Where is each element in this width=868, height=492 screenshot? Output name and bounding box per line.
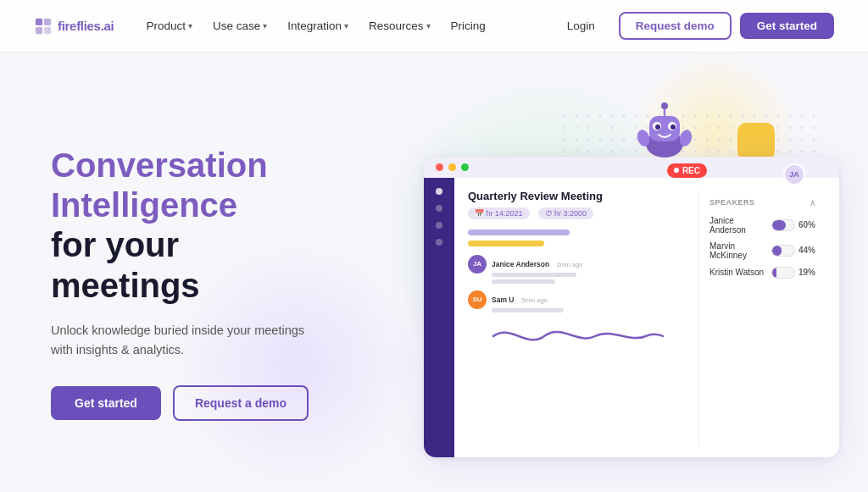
speaker-name-sam: Sam U <box>492 296 514 304</box>
progress-fill-3 <box>772 268 776 278</box>
svg-rect-3 <box>44 26 51 33</box>
hero-right: REC JA <box>407 106 817 462</box>
transcript-item-2: SU Sam U 5min ago <box>468 290 688 312</box>
chevron-down-icon: ▾ <box>426 21 431 30</box>
transcript-line <box>492 308 564 312</box>
speaker-pct-3: 19% <box>798 268 815 277</box>
card-main-content: Quarterly Review Meeting 📅 hr 14:2021 ⏱ … <box>454 178 839 457</box>
transcript-lines-2: Sam U 5min ago <box>492 290 564 312</box>
speaker-time-janice: 2min ago <box>557 261 583 268</box>
svg-rect-2 <box>36 26 42 33</box>
speaker-progress-2 <box>771 245 795 257</box>
transcript-item-1: JA Janice Anderson 2min ago <box>468 255 688 284</box>
speaker-row-2: Marvin McKinney 44% <box>709 241 815 260</box>
transcript-line <box>492 279 555 284</box>
yellow-card <box>737 123 775 160</box>
nav-use-case[interactable]: Use case ▾ <box>204 14 275 37</box>
rec-badge: REC <box>667 163 707 178</box>
dashboard-card: Quarterly Review Meeting 📅 hr 14:2021 ⏱ … <box>424 157 839 457</box>
hero-title-line4: meetings <box>51 266 373 306</box>
hero-title-line3: for your <box>51 225 373 265</box>
nav-product[interactable]: Product ▾ <box>137 14 201 37</box>
hero-subtitle: Unlock knowledge buried inside your meet… <box>51 321 305 360</box>
robot-mascot <box>631 97 698 165</box>
meta-pill-1: 📅 hr 14:2021 <box>468 207 530 219</box>
sidebar-dot-active <box>436 188 442 195</box>
chevron-down-icon: ▾ <box>344 21 348 30</box>
hero-section: Conversation Intelligence for your meeti… <box>0 53 868 492</box>
svg-rect-0 <box>36 18 42 25</box>
window-dot-red <box>436 163 443 171</box>
speaker-time-sam: 5min ago <box>521 296 548 304</box>
svg-rect-1 <box>44 18 51 25</box>
navbar: fireflies.ai Product ▾ Use case ▾ Integr… <box>0 0 868 53</box>
meta-row: 📅 hr 14:2021 ⏱ hr 3:2000 <box>468 207 688 219</box>
chevron-down-icon: ▾ <box>263 21 267 30</box>
speakers-header: SPEAKERS ∧ <box>709 198 815 207</box>
hero-buttons: Get started Request a demo <box>51 385 373 421</box>
waveform-area <box>468 319 688 357</box>
nav-pricing[interactable]: Pricing <box>442 14 494 37</box>
speaker-pct-1: 60% <box>798 220 815 229</box>
speaker-name-janice: Janice Anderson <box>492 260 549 268</box>
card-content-left: Quarterly Review Meeting 📅 hr 14:2021 ⏱ … <box>468 190 688 445</box>
window-dot-yellow <box>448 163 456 171</box>
progress-fill-2 <box>772 246 782 256</box>
avatar-janice: JA <box>468 255 487 274</box>
chevron-down-icon: ▾ <box>188 21 192 30</box>
sidebar-dot <box>436 205 442 212</box>
speaker-progress-3 <box>771 267 795 279</box>
progress-fill-1 <box>772 220 786 230</box>
hero-left: Conversation Intelligence for your meeti… <box>51 146 373 421</box>
window-dot-green <box>461 163 469 171</box>
meeting-title: Quarterly Review Meeting <box>468 190 603 202</box>
speaker-name-1: Janice Anderson <box>709 216 771 235</box>
request-demo-button[interactable]: Request demo <box>619 12 732 40</box>
hero-title-line1: Conversation <box>51 146 373 185</box>
speaker-row-3: Kristin Watson 19% <box>709 267 815 279</box>
sidebar-dot <box>436 222 442 229</box>
nav-integration[interactable]: Integration ▾ <box>279 14 357 37</box>
meta-pill-2: ⏱ hr 3:2000 <box>538 207 594 219</box>
speaker-name-2: Marvin McKinney <box>709 241 771 260</box>
logo-text: fireflies.ai <box>58 19 114 33</box>
nav-links: Product ▾ Use case ▾ Integration ▾ Resou… <box>137 14 551 37</box>
get-started-button[interactable]: Get started <box>51 386 161 420</box>
get-started-nav-button[interactable]: Get started <box>740 13 834 39</box>
speaker-name-3: Kristin Watson <box>709 268 764 277</box>
login-button[interactable]: Login <box>552 14 610 38</box>
transcript-lines-1: Janice Anderson 2min ago <box>492 255 583 284</box>
hero-title: Conversation Intelligence for your meeti… <box>51 146 373 306</box>
waveform-svg <box>468 319 688 353</box>
svg-point-13 <box>661 102 668 109</box>
transcript-line <box>492 273 576 277</box>
svg-point-11 <box>670 124 676 130</box>
speaker-progress-1 <box>771 219 795 231</box>
speaker-pct-2: 44% <box>798 246 815 255</box>
sidebar-dot <box>436 239 442 246</box>
transcript-bar-1 <box>468 229 570 235</box>
card-avatar: JA <box>783 163 805 185</box>
speakers-label: SPEAKERS <box>709 198 755 207</box>
meeting-title-row: Quarterly Review Meeting <box>468 190 688 202</box>
hero-title-line2: Intelligence <box>51 185 373 225</box>
nav-resources[interactable]: Resources ▾ <box>360 14 439 37</box>
transcript-bar-2 <box>468 240 544 246</box>
speakers-panel: SPEAKERS ∧ Janice Anderson 60% <box>698 190 826 445</box>
speaker-row-1: Janice Anderson 60% <box>709 216 815 235</box>
request-demo-hero-button[interactable]: Request a demo <box>173 385 309 421</box>
avatar-sam: SU <box>468 290 487 309</box>
transcript-bars <box>468 229 688 246</box>
nav-right: Login Request demo Get started <box>552 12 834 40</box>
rec-dot <box>674 168 679 173</box>
card-body: Quarterly Review Meeting 📅 hr 14:2021 ⏱ … <box>424 178 839 457</box>
logo[interactable]: fireflies.ai <box>34 17 114 36</box>
chevron-up-icon: ∧ <box>810 198 815 207</box>
sidebar-strip <box>424 178 454 457</box>
svg-point-10 <box>655 124 660 130</box>
